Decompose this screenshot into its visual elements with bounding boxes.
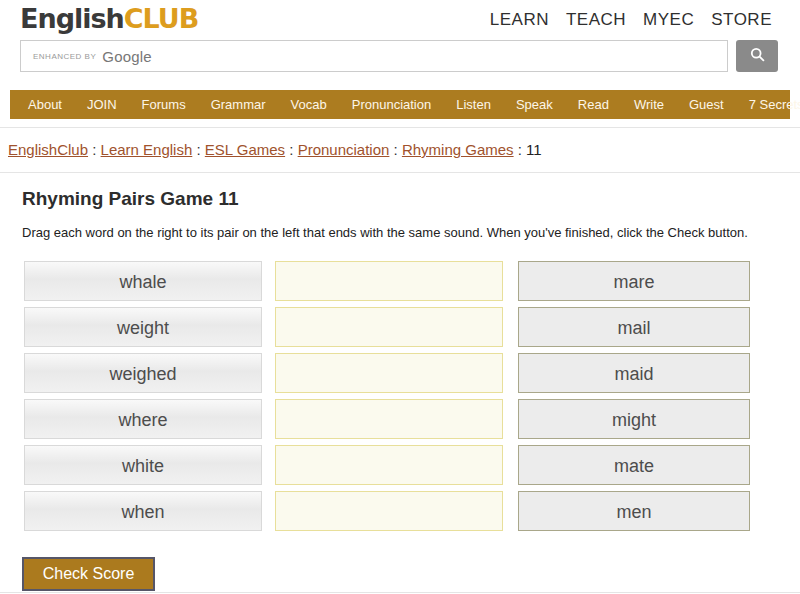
navbar-item-vocab[interactable]: Vocab bbox=[291, 97, 327, 112]
navbar-item-about[interactable]: About bbox=[28, 97, 62, 112]
navbar-item-grammar[interactable]: Grammar bbox=[211, 97, 266, 112]
divider-bottom bbox=[0, 592, 800, 593]
game-row: whitemate bbox=[0, 445, 800, 485]
left-word-tile: whale bbox=[24, 261, 262, 301]
drop-zone[interactable] bbox=[275, 307, 503, 347]
breadcrumb-link[interactable]: Rhyming Games bbox=[402, 141, 514, 158]
game-row: wheremight bbox=[0, 399, 800, 439]
right-word-tile[interactable]: might bbox=[518, 399, 750, 439]
drop-zone[interactable] bbox=[275, 445, 503, 485]
right-word-tile[interactable]: mate bbox=[518, 445, 750, 485]
navbar-item-forums[interactable]: Forums bbox=[142, 97, 186, 112]
right-word-tile[interactable]: men bbox=[518, 491, 750, 531]
right-word-tile[interactable]: mail bbox=[518, 307, 750, 347]
search-button[interactable] bbox=[736, 40, 778, 72]
navbar-item-listen[interactable]: Listen bbox=[456, 97, 491, 112]
navbar-item-pronunciation[interactable]: Pronunciation bbox=[352, 97, 432, 112]
top-nav-learn[interactable]: LEARN bbox=[490, 10, 549, 30]
game-row: weightmail bbox=[0, 307, 800, 347]
right-word-tile[interactable]: mare bbox=[518, 261, 750, 301]
breadcrumb: EnglishClub : Learn English : ESL Games … bbox=[0, 128, 800, 172]
game-row: whalemare bbox=[0, 261, 800, 301]
drop-zone[interactable] bbox=[275, 261, 503, 301]
instructions-text: Drag each word on the right to its pair … bbox=[22, 225, 800, 240]
game-row: whenmen bbox=[0, 491, 800, 531]
search-input[interactable]: ENHANCED BY Google bbox=[20, 40, 728, 72]
site-header: EnglishCLUB LEARNTEACHMYECSTORE bbox=[0, 0, 800, 36]
google-brand-label: Google bbox=[102, 48, 152, 65]
left-word-tile: when bbox=[24, 491, 262, 531]
navbar-item-read[interactable]: Read bbox=[578, 97, 609, 112]
drop-zone[interactable] bbox=[275, 353, 503, 393]
left-word-tile: weight bbox=[24, 307, 262, 347]
navbar-item-speak[interactable]: Speak bbox=[516, 97, 553, 112]
navbar-item-7-secrets[interactable]: 7 Secrets bbox=[749, 97, 800, 112]
logo-text-club: CLUB bbox=[124, 3, 199, 34]
site-logo[interactable]: EnglishCLUB bbox=[20, 4, 198, 34]
breadcrumb-current: 11 bbox=[526, 141, 542, 158]
game-grid: whalemareweightmailweighedmaidwheremight… bbox=[0, 261, 800, 531]
top-nav: LEARNTEACHMYECSTORE bbox=[490, 4, 772, 30]
search-bar: ENHANCED BY Google bbox=[0, 36, 800, 72]
top-nav-teach[interactable]: TEACH bbox=[566, 10, 626, 30]
logo-text-english: English bbox=[20, 3, 124, 34]
check-score-button[interactable]: Check Score bbox=[22, 557, 155, 591]
breadcrumb-separator: : bbox=[192, 141, 205, 158]
breadcrumb-separator: : bbox=[389, 141, 402, 158]
breadcrumb-separator: : bbox=[514, 141, 527, 158]
breadcrumb-link[interactable]: Learn English bbox=[101, 141, 193, 158]
left-word-tile: white bbox=[24, 445, 262, 485]
breadcrumb-separator: : bbox=[88, 141, 101, 158]
left-word-tile: where bbox=[24, 399, 262, 439]
top-nav-myec[interactable]: MYEC bbox=[643, 10, 694, 30]
navbar-item-guest[interactable]: Guest bbox=[689, 97, 724, 112]
breadcrumb-link[interactable]: Pronunciation bbox=[298, 141, 390, 158]
navbar-item-join[interactable]: JOIN bbox=[87, 97, 117, 112]
page-title: Rhyming Pairs Game 11 bbox=[22, 188, 800, 210]
game-row: weighedmaid bbox=[0, 353, 800, 393]
main-navbar: AboutJOINForumsGrammarVocabPronunciation… bbox=[10, 90, 790, 119]
search-icon bbox=[750, 47, 765, 65]
breadcrumb-link[interactable]: ESL Games bbox=[205, 141, 285, 158]
left-word-tile: weighed bbox=[24, 353, 262, 393]
navbar-item-write[interactable]: Write bbox=[634, 97, 664, 112]
breadcrumb-separator: : bbox=[285, 141, 298, 158]
enhanced-by-label: ENHANCED BY bbox=[33, 52, 96, 61]
drop-zone[interactable] bbox=[275, 399, 503, 439]
divider-breadcrumb bbox=[0, 172, 800, 173]
top-nav-store[interactable]: STORE bbox=[711, 10, 772, 30]
right-word-tile[interactable]: maid bbox=[518, 353, 750, 393]
drop-zone[interactable] bbox=[275, 491, 503, 531]
breadcrumb-link[interactable]: EnglishClub bbox=[8, 141, 88, 158]
